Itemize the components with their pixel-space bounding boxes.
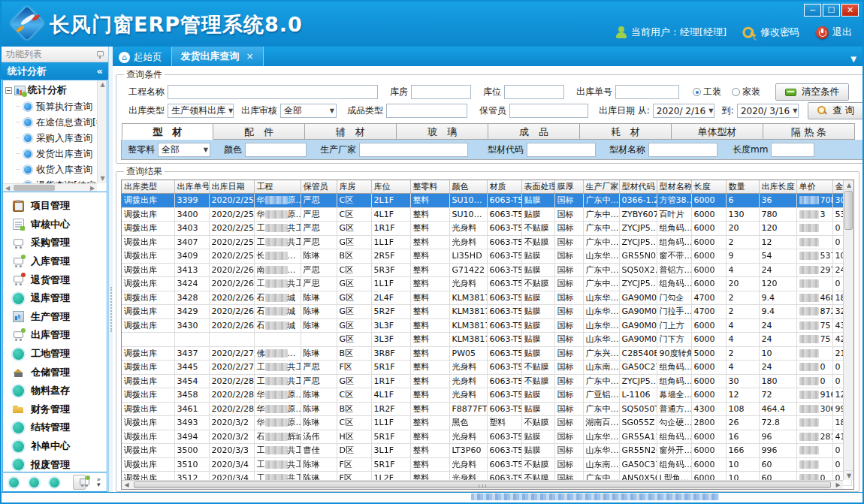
profile-name-input[interactable] [648, 143, 717, 157]
column-header[interactable]: 出库类型 [122, 180, 174, 194]
minimize-button[interactable]: ─ [804, 4, 821, 17]
table-row[interactable]: G区3L3F整料KLM38176063-T5贴膜国标山东华…GA90M09.门下… [122, 333, 851, 347]
location-input[interactable] [504, 85, 564, 99]
scroll-left-icon[interactable]: ◀ [122, 481, 131, 489]
column-header[interactable]: 库位 [371, 180, 410, 194]
cart-shortcut-button[interactable] [73, 475, 86, 490]
table-row[interactable]: 调拨出库34032020/2/25工共工程严思G区1R1F整料光身料6063-T… [122, 222, 851, 236]
search-button[interactable]: 查 询 [808, 102, 864, 119]
color-input[interactable] [245, 143, 307, 157]
sidebar-item-10[interactable]: 物料盘存 [3, 382, 107, 400]
column-header[interactable]: 颜色 [449, 180, 487, 194]
column-header[interactable]: 膜厚 [554, 180, 583, 194]
column-header[interactable]: 表面处理 [521, 180, 554, 194]
statistics-section-header[interactable]: 统计分析 « [2, 62, 108, 80]
scroll-up-icon[interactable]: ▲ [844, 180, 854, 190]
date-to-picker[interactable]: 2020/ 3/16▼ [737, 104, 799, 118]
material-tab-5[interactable]: 耗 材 [580, 123, 672, 140]
manufacturer-input[interactable] [359, 143, 468, 157]
more-buttons-chevron[interactable]: »▾ [96, 477, 101, 487]
column-header[interactable]: 型材名称 [657, 180, 691, 194]
table-row[interactable]: 调拨出库34292020/2/26石城陈琳G区5R2F整料KLM38176063… [122, 305, 851, 319]
outbound-audit-select[interactable]: 全部▼ [280, 104, 337, 118]
collapse-icon[interactable]: « [97, 62, 103, 80]
sidebar-splitter[interactable] [109, 47, 113, 492]
sidebar-item-7[interactable]: 出库管理 [3, 326, 107, 345]
grid-horizontal-scrollbar[interactable]: ◀ ▶ [122, 480, 843, 489]
column-header[interactable]: 库房 [337, 180, 371, 194]
table-row[interactable]: 调拨出库34242020/2/26工共工程严思G区1L1F整料光身料6063-T… [122, 277, 851, 291]
column-header[interactable]: 出库单号 [174, 180, 209, 194]
tree-item-5[interactable]: ┈退货查询[待定] [3, 177, 97, 183]
column-header[interactable]: 长度 [691, 180, 726, 194]
dot-icon[interactable] [9, 478, 19, 487]
scroll-right-icon[interactable]: ▶ [88, 184, 97, 192]
warehouse-input[interactable] [411, 85, 471, 99]
column-header[interactable]: 出库长度 [759, 180, 796, 194]
material-tab-4[interactable]: 成 品 [488, 123, 580, 140]
sidebar-item-0[interactable]: 项目管理 [3, 197, 107, 216]
change-password-button[interactable]: 修改密码 [743, 26, 799, 39]
logout-button[interactable]: 退出 [816, 26, 852, 39]
table-row[interactable]: 调拨出库34542020/2/28工共工程严思G区1R1F整料光身料6063-T… [122, 374, 851, 388]
tree-item-4[interactable]: ┈收货入库查询 [3, 161, 97, 177]
table-row[interactable]: 调拨出库34942020/3/2石辉城汤伟H区5R1F整料光身料6063-T5贴… [122, 430, 851, 444]
scrollbar-thumb[interactable] [844, 191, 853, 230]
material-tab-7[interactable]: 隔 热 条 [763, 123, 855, 140]
column-header[interactable]: 出库日期 [209, 180, 254, 194]
material-tab-1[interactable]: 配 件 [213, 123, 305, 140]
sidebar-item-9[interactable]: 仓储管理 [3, 363, 107, 382]
table-row[interactable]: 调拨出库34372020/2/27佛…陈琳B区3R8F整料PW056063-T5… [122, 346, 851, 361]
table-row[interactable]: 调拨出库34302020/2/26石城陈琳G区3L3F整料KLM38176063… [122, 318, 851, 333]
clear-conditions-button[interactable]: 清空条件 [775, 83, 849, 101]
whole-part-select[interactable]: 全部▼ [158, 143, 210, 157]
close-button[interactable]: ✕ [841, 4, 859, 17]
scroll-up-icon[interactable]: ▲ [98, 80, 107, 89]
table-row[interactable]: 调拨出库34932020/3/2华原…陈琳C区1L1F整料黑色塑料不贴膜国标湖南… [122, 416, 851, 430]
table-row[interactable]: 调拨出库34002020/2/25华原…严思C区4L1F整料SU10…6063-… [122, 207, 851, 222]
scroll-down-icon[interactable]: ▼ [98, 174, 107, 183]
project-name-input[interactable] [168, 85, 378, 99]
sidebar-item-12[interactable]: 结转管理 [3, 418, 107, 437]
tab-shipping-outbound-query[interactable]: 发货出库查询 × [171, 47, 264, 66]
scrollbar-thumb[interactable] [134, 481, 831, 488]
tree-item-2[interactable]: ┈采购入库查询 [3, 130, 97, 146]
sidebar-item-11[interactable]: 财务管理 [3, 400, 107, 419]
material-tab-3[interactable]: 玻 璃 [397, 123, 488, 140]
sidebar-item-4[interactable]: 退货管理 [3, 270, 107, 289]
table-row[interactable]: 调拨出库33992020/2/25华原…严思C区2L1F整料SU10…6063-… [122, 194, 851, 208]
tree-item-3[interactable]: ┈发货出库查询 [3, 146, 97, 161]
tab-close-icon[interactable]: × [246, 51, 254, 62]
tab-list-dropdown-icon[interactable]: ▼ [850, 55, 856, 63]
length-input[interactable] [771, 143, 814, 157]
column-header[interactable]: 单价 [796, 180, 832, 194]
date-from-picker[interactable]: 2020/ 2/16▼ [653, 104, 714, 118]
sidebar-item-14[interactable]: 报废管理 [3, 455, 107, 472]
table-row[interactable]: 调拨出库35002020/3/3工共工程曹佳D区3L1F整料LT3P606063… [122, 444, 851, 458]
outbound-type-select[interactable]: 生产领料出库▼ [168, 104, 234, 118]
dot-icon[interactable] [29, 478, 39, 487]
column-header[interactable]: 保管员 [301, 180, 337, 194]
pin-icon[interactable] [96, 50, 104, 59]
scroll-down-icon[interactable]: ▼ [844, 470, 854, 480]
scroll-left-icon[interactable]: ◀ [3, 184, 12, 192]
tree-item-1[interactable]: ┈在途信息查询[待 [3, 114, 97, 130]
material-tab-6[interactable]: 单体型材 [672, 123, 763, 140]
table-row[interactable]: 调拨出库34132020/2/26南…严思C区5R3F整料G714226063-… [122, 263, 851, 277]
radio-work-install[interactable]: 工装 [693, 86, 721, 98]
column-header[interactable]: 工程 [254, 180, 301, 194]
radio-home-install[interactable]: 家装 [732, 86, 760, 98]
product-type-input[interactable] [386, 104, 467, 118]
column-header[interactable]: 生产厂家 [583, 180, 619, 194]
sidebar-item-13[interactable]: 补单中心 [3, 437, 107, 456]
table-row[interactable]: 调拨出库35102020/3/4工共工程陈琳F区5R1F整料光身料6063-T5… [122, 457, 851, 472]
sidebar-item-3[interactable]: 入库管理 [3, 252, 107, 271]
keeper-input[interactable] [509, 104, 588, 118]
tree-item-0[interactable]: ┈预算执行查询 [3, 98, 97, 114]
tab-home[interactable]: ⌂ 起始页 [113, 48, 171, 66]
table-row[interactable]: 调拨出库34092020/2/25长…陈琳B区2R5F整料LI35HD6063-… [122, 249, 851, 264]
column-header[interactable]: 型材代码 [619, 180, 657, 194]
scroll-right-icon[interactable]: ▶ [833, 481, 843, 489]
sidebar-item-2[interactable]: 采购管理 [3, 234, 107, 252]
tree-root-statistics[interactable]: 统计分析 [3, 82, 97, 98]
